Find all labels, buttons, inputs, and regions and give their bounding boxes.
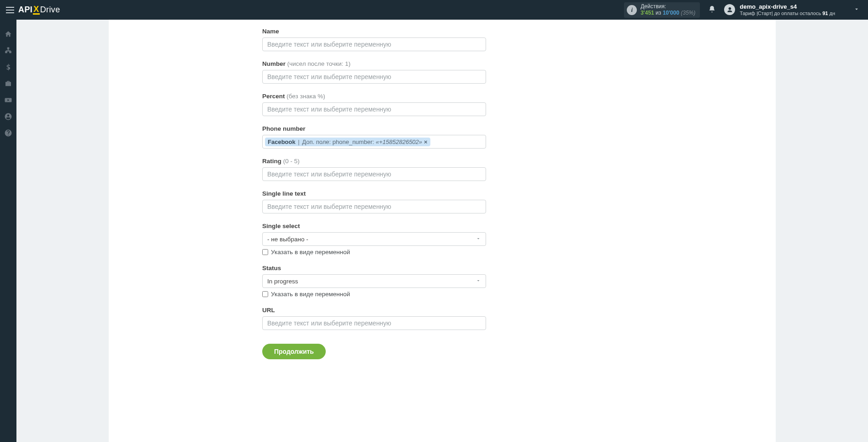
actions-used: 3'451 [640,10,654,16]
tag-remove-button[interactable]: × [424,138,428,145]
field-phone-number: Phone number Facebook | Доп. поле: phone… [262,125,486,149]
chevron-down-icon [853,6,860,14]
actions-counter[interactable]: i Действия: 3'451 из 10'000 (35%) [624,2,700,18]
input-url[interactable] [262,316,486,330]
svg-rect-0 [7,48,9,49]
input-rating[interactable] [262,167,486,181]
select-single-select[interactable]: - не выбрано - [262,232,486,246]
sidebar-item-tools[interactable] [4,79,13,88]
home-icon [4,30,12,38]
input-single-line-text[interactable] [262,200,486,213]
input-percent[interactable] [262,102,486,116]
tag-sep: | [296,138,302,145]
input-phone-number[interactable]: Facebook | Доп. поле: phone_number: «+15… [262,135,486,149]
field-url: URL [262,307,486,330]
sitemap-icon [4,47,12,55]
form-card: Name Number (чисел после точки: 1) Perce… [109,20,776,442]
user-name: demo_apix-drive_s4 [740,4,835,11]
svg-rect-2 [10,51,11,53]
actions-text: Действия: 3'451 из 10'000 (35%) [640,4,695,16]
logo-drive: Drive [40,5,60,15]
sidebar-item-help[interactable] [4,128,13,138]
user-icon [726,6,733,13]
user-menu[interactable]: demo_apix-drive_s4 Тариф |Старт| до опла… [724,4,868,16]
field-status: Status In progress Указать в виде переме… [262,265,486,298]
sidebar-item-video[interactable] [4,96,13,105]
continue-button[interactable]: Продолжить [262,344,326,359]
topbar: APIXDrive i Действия: 3'451 из 10'000 (3… [0,0,868,20]
label-number-hint: (чисел после точки: 1) [287,60,350,67]
label-single-line: Single line text [262,190,306,197]
briefcase-icon [4,80,12,88]
input-name[interactable] [262,37,486,51]
phone-variable-tag: Facebook | Доп. поле: phone_number: «+15… [265,138,430,146]
sidebar-item-billing[interactable] [4,63,13,72]
status-variable-label: Указать в виде переменной [271,291,350,298]
svg-rect-1 [5,51,7,53]
sidebar-item-account[interactable] [4,112,13,121]
youtube-icon [4,96,12,104]
field-single-select: Single select - не выбрано - Указать в в… [262,223,486,256]
checkbox-single-select-variable[interactable] [262,249,268,255]
chevron-down-icon [476,278,481,285]
label-single-select: Single select [262,223,300,229]
actions-limit: 10'000 [663,10,679,16]
field-single-line-text: Single line text [262,190,486,213]
tag-source: Facebook [268,138,296,145]
sidebar [0,20,16,442]
label-rating-hint: (0 - 5) [283,158,300,165]
info-icon: i [627,5,637,15]
label-status: Status [262,265,281,272]
label-rating: Rating [262,158,281,165]
label-url: URL [262,307,275,314]
single-select-variable-label: Указать в виде переменной [271,249,350,256]
dollar-icon [4,63,12,71]
actions-pct: (35%) [681,10,695,16]
select-status-value: In progress [267,278,298,285]
user-circle-icon [4,112,12,121]
label-number: Number [262,60,286,67]
label-percent: Percent [262,93,285,100]
logo-api: API [18,5,32,15]
bell-icon [708,5,716,13]
actions-label: Действия: [640,4,695,10]
sidebar-item-home[interactable] [4,30,13,39]
single-select-variable-row[interactable]: Указать в виде переменной [262,249,486,256]
notifications-button[interactable] [708,5,716,15]
checkbox-status-variable[interactable] [262,291,268,297]
user-tariff: Тариф |Старт| до оплаты осталось 91 дн [740,11,835,16]
avatar [724,4,735,15]
tag-desc: Доп. поле: phone_number: [302,138,374,145]
hamburger-icon [6,7,14,13]
field-percent: Percent (без знака %) [262,93,486,116]
field-rating: Rating (0 - 5) [262,158,486,181]
hamburger-menu[interactable] [0,0,16,20]
sidebar-item-integrations[interactable] [4,46,13,55]
logo[interactable]: APIXDrive [16,5,60,15]
field-number: Number (чисел после точки: 1) [262,60,486,84]
select-status[interactable]: In progress [262,274,486,288]
field-name: Name [262,28,486,51]
help-icon [4,129,12,137]
logo-x: X [33,5,39,15]
label-percent-hint: (без знака %) [286,93,325,100]
input-number[interactable] [262,70,486,84]
tag-value: «+15852826502» [376,138,422,145]
actions-of: из [656,10,661,16]
label-phone: Phone number [262,125,306,132]
status-variable-row[interactable]: Указать в виде переменной [262,291,486,298]
chevron-down-icon [476,236,481,243]
select-single-select-value: - не выбрано - [267,236,308,243]
label-name: Name [262,28,279,35]
